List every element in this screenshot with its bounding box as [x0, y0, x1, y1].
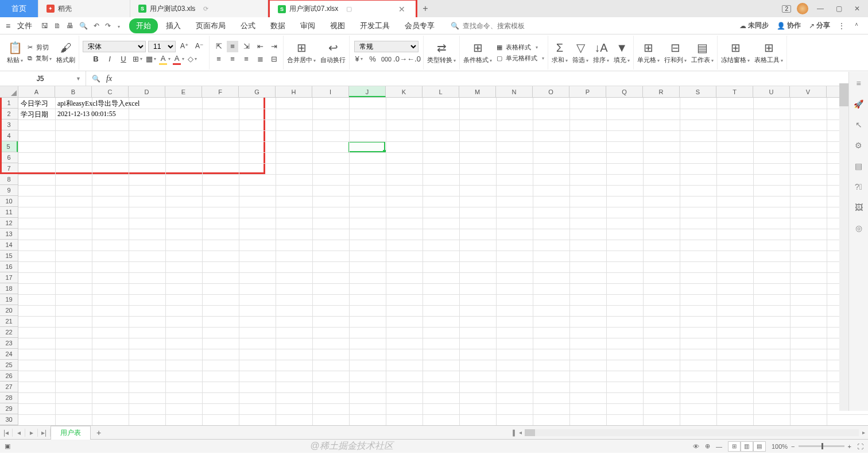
col-header-O[interactable]: O — [533, 86, 569, 97]
freeze-button[interactable]: ⊞冻结窗格 — [721, 41, 750, 64]
dec-dec-icon[interactable]: ←.0 — [408, 53, 420, 65]
align-top-icon[interactable]: ⇱ — [213, 41, 224, 52]
name-box-dd-icon[interactable]: ▼ — [76, 76, 81, 82]
hscroll-left-icon[interactable]: ◂ — [516, 429, 525, 436]
cell-button[interactable]: ⊞单元格 — [637, 41, 660, 64]
align-bot-icon[interactable]: ⇲ — [241, 41, 252, 52]
cell-A1[interactable]: 今日学习 — [20, 98, 49, 109]
hscroll-right-icon[interactable]: ▸ — [859, 429, 868, 436]
col-header-L[interactable]: L — [423, 86, 459, 97]
orientation-icon[interactable]: ⊟ — [268, 53, 280, 65]
save-as-icon[interactable]: 🗎 — [54, 22, 61, 30]
copy-button[interactable]: ⧉ 复制 — [28, 54, 52, 63]
col-header-K[interactable]: K — [386, 86, 423, 97]
table-style-button[interactable]: ▦ 表格样式 — [497, 43, 544, 52]
zoom-label[interactable]: 100% — [772, 443, 788, 450]
file-menu[interactable]: 文件 — [14, 21, 36, 31]
redo-icon[interactable]: ↷ — [105, 22, 111, 30]
row-header-9[interactable]: 9 — [0, 185, 18, 196]
side-rocket-icon[interactable]: 🚀 — [854, 99, 863, 109]
format-painter-button[interactable]: 🖌格式刷 — [56, 41, 75, 64]
row-header-2[interactable]: 2 — [0, 109, 18, 120]
fill-button[interactable]: ▼填充 — [614, 41, 630, 64]
col-header-J[interactable]: J — [349, 86, 386, 97]
tab-view[interactable]: 视图 — [323, 18, 352, 33]
dash-icon[interactable]: — — [716, 443, 722, 450]
row-header-8[interactable]: 8 — [0, 174, 18, 185]
worksheet-button[interactable]: ▤工作表 — [691, 41, 714, 64]
highlight-button[interactable]: A — [159, 53, 170, 65]
name-box-input[interactable] — [5, 75, 76, 83]
grid-toggle-icon[interactable]: ⊕ — [705, 442, 710, 450]
cell-A2[interactable]: 学习日期 — [20, 109, 49, 120]
row-header-21[interactable]: 21 — [0, 316, 18, 327]
undo-icon[interactable]: ↶ — [94, 22, 99, 30]
tab-review[interactable]: 审阅 — [293, 18, 322, 33]
new-tab-button[interactable]: + — [417, 3, 433, 14]
command-search[interactable]: 🔍 — [451, 22, 543, 30]
print-icon[interactable]: 🖶 — [67, 22, 73, 30]
col-header-E[interactable]: E — [165, 86, 202, 97]
side-expand-icon[interactable]: ≡ — [856, 79, 861, 88]
currency-icon[interactable]: ¥ — [353, 53, 365, 65]
formula-input[interactable] — [118, 74, 862, 83]
row-header-11[interactable]: 11 — [0, 207, 18, 218]
rowcol-button[interactable]: ⊟行和列 — [664, 41, 687, 64]
paste-button[interactable]: 📋粘贴 — [7, 41, 23, 64]
sheet-next-icon[interactable]: ▸ — [25, 429, 38, 437]
sheet-prev-icon[interactable]: ◂ — [13, 429, 25, 437]
font-color-button[interactable]: A — [173, 53, 184, 65]
close-tab-icon[interactable]: ✕ — [396, 5, 408, 14]
cond-format-button[interactable]: ⊞条件格式 — [463, 41, 492, 64]
row-header-16[interactable]: 16 — [0, 261, 18, 272]
align-mid-icon[interactable]: ≡ — [227, 41, 238, 52]
row-header-10[interactable]: 10 — [0, 196, 18, 207]
cell-B1[interactable]: api和easyExcl导出导入excel — [56, 98, 141, 109]
vertical-scrollbar[interactable] — [839, 83, 848, 411]
side-cursor-icon[interactable]: ↖ — [855, 120, 862, 129]
comma-icon[interactable]: 000 — [381, 53, 392, 65]
zoom-in-icon[interactable]: + — [848, 443, 851, 450]
font-size-select[interactable]: 11 — [148, 41, 176, 52]
row-header-15[interactable]: 15 — [0, 251, 18, 261]
font-grow-icon[interactable]: A⁺ — [178, 41, 191, 52]
collab-button[interactable]: 👤 协作 — [777, 21, 801, 30]
col-header-S[interactable]: S — [680, 86, 716, 97]
col-header-V[interactable]: V — [790, 86, 827, 97]
align-right-icon[interactable]: ≡ — [241, 53, 252, 65]
col-header-B[interactable]: B — [55, 86, 92, 97]
italic-button[interactable]: I — [104, 53, 115, 65]
col-header-C[interactable]: C — [92, 86, 129, 97]
add-sheet-button[interactable]: + — [91, 428, 107, 437]
tab-home[interactable]: 首页 — [0, 0, 38, 17]
select-all-corner[interactable] — [0, 86, 18, 97]
fullscreen-icon[interactable]: ⛶ — [857, 443, 863, 450]
more-icon[interactable]: ⋮ — [838, 22, 845, 30]
row-header-23[interactable]: 23 — [0, 338, 18, 349]
qat-more[interactable] — [117, 22, 120, 30]
cells-area[interactable]: 今日学习api和easyExcl导出导入excel学习日期2021-12-13 … — [18, 98, 868, 425]
percent-icon[interactable]: % — [367, 53, 378, 65]
view-page-icon[interactable]: ▥ — [741, 441, 753, 452]
tab-dev[interactable]: 开发工具 — [353, 18, 397, 33]
hamburger-icon[interactable]: ≡ — [3, 21, 13, 30]
align-left-icon[interactable]: ≡ — [213, 53, 224, 65]
indent-dec-icon[interactable]: ⇤ — [254, 41, 266, 52]
row-header-12[interactable]: 12 — [0, 218, 18, 229]
row-header-17[interactable]: 17 — [0, 272, 18, 283]
number-format-select[interactable]: 常规 — [354, 41, 418, 52]
sum-button[interactable]: Σ求和 — [552, 41, 568, 64]
avatar[interactable] — [797, 3, 808, 14]
col-header-M[interactable]: M — [459, 86, 496, 97]
minimize-icon[interactable]: — — [814, 2, 827, 15]
row-header-20[interactable]: 20 — [0, 305, 18, 316]
notif-badge[interactable]: 2 — [782, 5, 791, 13]
cell-style-button[interactable]: ▢ 单元格样式 — [497, 54, 544, 63]
sheet-first-icon[interactable]: |◂ — [0, 429, 13, 437]
selected-cell[interactable] — [348, 141, 385, 152]
horizontal-scrollbar[interactable]: ∥ ◂ ▸ — [512, 429, 868, 437]
preview-icon[interactable]: 🔍 — [79, 22, 88, 30]
sheet-last-icon[interactable]: ▸| — [38, 429, 51, 437]
col-header-R[interactable]: R — [643, 86, 680, 97]
wrap-button[interactable]: ↩自动换行 — [320, 41, 346, 64]
